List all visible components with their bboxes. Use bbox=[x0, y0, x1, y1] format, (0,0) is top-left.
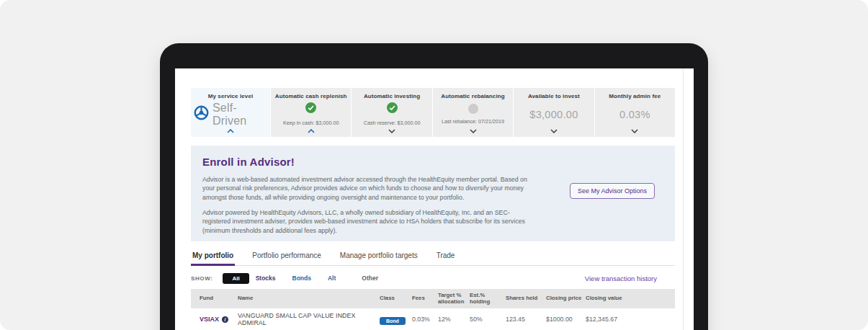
col-header-target-allocation: Target % allocation bbox=[438, 293, 470, 306]
chevron-down-icon[interactable] bbox=[388, 129, 395, 133]
chevron-down-icon[interactable] bbox=[470, 129, 477, 133]
tab-my-portfolio[interactable]: My portfolio bbox=[191, 251, 235, 266]
chevron-up-icon[interactable] bbox=[308, 129, 315, 133]
see-advisor-options-button[interactable]: See My Advisor Options bbox=[570, 183, 655, 199]
fund-name: VANGUARD SMALL CAP VALUE INDEX ADMIRAL bbox=[238, 312, 380, 326]
filter-alt-button[interactable]: Alt bbox=[328, 275, 336, 282]
closing-price-value: $1000.00 bbox=[546, 316, 586, 323]
tab-trade[interactable]: Trade bbox=[435, 251, 457, 265]
col-header-fees: Fees bbox=[412, 295, 438, 302]
service-level-title: My service level bbox=[208, 93, 254, 99]
fees-value: 0.03% bbox=[412, 316, 438, 323]
cash-replenish-title: Automatic cash replenish bbox=[275, 93, 347, 99]
cash-replenish-detail: Keep in cash: $3,000.00 bbox=[283, 120, 339, 126]
service-cards-row: My service level Self-Driven Automati bbox=[191, 88, 675, 137]
info-icon[interactable]: i bbox=[222, 316, 228, 323]
filter-row: SHOW: All Stocks Bonds Alt Other View tr… bbox=[191, 272, 675, 284]
advisor-banner-paragraph-1: Advisor is a web-based automated investm… bbox=[202, 175, 535, 202]
col-header-shares-held: Shares held bbox=[506, 295, 546, 302]
chevron-down-icon[interactable] bbox=[631, 129, 638, 133]
col-header-closing-value: Closing value bbox=[586, 295, 675, 302]
monthly-admin-fee-value: 0.03% bbox=[619, 109, 650, 120]
screen-edge-divider bbox=[683, 68, 684, 330]
chevron-up-icon[interactable] bbox=[227, 129, 234, 133]
laptop-screen: My service level Self-Driven Automati bbox=[175, 68, 694, 330]
col-header-class: Class bbox=[380, 295, 412, 302]
service-level-card[interactable]: My service level Self-Driven bbox=[191, 88, 270, 137]
col-header-name: Name bbox=[238, 295, 380, 302]
fund-ticker[interactable]: VSIAX bbox=[200, 316, 219, 323]
table-header-row: Fund Name Class Fees Target % allocation… bbox=[191, 289, 675, 308]
page-background: My service level Self-Driven Automati bbox=[0, 0, 868, 330]
tab-portfolio-performance[interactable]: Portfolio performance bbox=[251, 251, 323, 265]
view-transaction-history-link[interactable]: View transaction history bbox=[585, 275, 657, 282]
portfolio-tabs: My portfolio Portfolio performance Manag… bbox=[191, 251, 675, 266]
check-circle-icon bbox=[387, 102, 398, 116]
filter-all-button[interactable]: All bbox=[223, 273, 249, 284]
steering-wheel-icon bbox=[194, 105, 209, 123]
col-header-closing-price: Closing price bbox=[546, 295, 586, 302]
shares-held-value: 123.45 bbox=[506, 316, 546, 323]
chevron-down-icon[interactable] bbox=[550, 129, 558, 133]
cash-replenish-card[interactable]: Automatic cash replenish Keep in cash: $… bbox=[271, 88, 351, 137]
available-to-invest-title: Available to invest bbox=[528, 93, 580, 99]
auto-rebalancing-detail: Last rebalance: 07/21/2019 bbox=[442, 118, 504, 125]
auto-investing-card[interactable]: Automatic investing Cash reserve: $3,000… bbox=[352, 88, 431, 137]
auto-rebalancing-title: Automatic rebalancing bbox=[441, 93, 504, 99]
laptop-bezel: My service level Self-Driven Automati bbox=[160, 43, 708, 330]
auto-investing-detail: Cash reserve: $3,000.00 bbox=[364, 120, 421, 126]
tab-manage-portfolio-targets[interactable]: Manage portfolio targets bbox=[339, 251, 419, 265]
auto-investing-title: Automatic investing bbox=[364, 93, 420, 99]
check-circle-icon bbox=[305, 102, 316, 116]
asset-class-badge: Bond bbox=[380, 317, 406, 325]
filter-bonds-button[interactable]: Bonds bbox=[292, 275, 311, 282]
closing-value-value: $12,345.67 bbox=[586, 316, 675, 323]
inactive-status-circle-icon bbox=[468, 104, 478, 114]
filter-other-button[interactable]: Other bbox=[362, 275, 378, 282]
advisor-banner: Enroll in Advisor! Advisor is a web-base… bbox=[191, 146, 675, 241]
target-allocation-value: 12% bbox=[438, 316, 470, 323]
available-to-invest-value: $3,000.00 bbox=[529, 109, 578, 120]
filter-stocks-button[interactable]: Stocks bbox=[256, 275, 276, 282]
advisor-banner-heading: Enroll in Advisor! bbox=[202, 156, 663, 168]
col-header-est-holding: Est.% holding bbox=[470, 293, 506, 306]
monthly-admin-fee-card[interactable]: Monthly admin fee 0.03% bbox=[595, 88, 675, 137]
est-holding-value: 50% bbox=[470, 316, 506, 323]
monthly-admin-fee-title: Monthly admin fee bbox=[609, 93, 661, 99]
auto-rebalancing-card[interactable]: Automatic rebalancing Last rebalance: 07… bbox=[433, 88, 513, 137]
service-level-value: Self-Driven bbox=[212, 102, 267, 128]
show-label: SHOW: bbox=[191, 275, 212, 282]
table-row[interactable]: VSIAX i VANGUARD SMALL CAP VALUE INDEX A… bbox=[191, 308, 675, 330]
available-to-invest-card[interactable]: Available to invest $3,000.00 bbox=[514, 88, 594, 137]
advisor-banner-paragraph-2: Advisor powered by HealthEquity Advisors… bbox=[202, 208, 535, 235]
col-header-fund: Fund bbox=[200, 295, 238, 302]
